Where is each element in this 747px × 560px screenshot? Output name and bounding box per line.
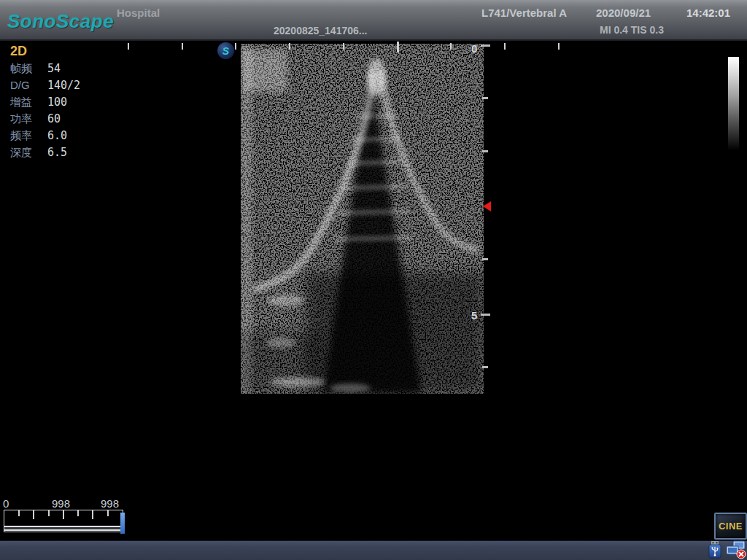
probe-mark-letter: S: [222, 46, 229, 56]
param-row-framerate: 帧频54: [10, 62, 120, 79]
param-value: 6.5: [47, 146, 67, 159]
probe-orientation-mark: S: [217, 42, 234, 59]
cine-tick: [63, 510, 64, 519]
cine-tick: [48, 510, 50, 516]
ruler-center-tick: [397, 42, 399, 52]
parameter-panel: 2D 帧频54 D/G140/2 增益100 功率60 频率6.0 深度6.5: [10, 44, 120, 163]
cine-track-line: [4, 526, 123, 531]
cine-total-frames: 998: [101, 497, 119, 510]
cine-tick: [107, 510, 109, 516]
focus-position-marker[interactable]: [483, 201, 491, 211]
exam-id: 20200825_141706...: [274, 25, 367, 36]
param-row-dg: D/G140/2: [10, 79, 120, 96]
ruler-tick: [450, 43, 452, 50]
cine-button-label: CINE: [719, 521, 743, 532]
cine-tick: [92, 510, 93, 519]
ruler-tick: [182, 43, 183, 50]
param-label: 深度: [10, 146, 47, 160]
depth-label-5: 5: [471, 309, 477, 322]
depth-tick-major: [481, 314, 490, 316]
param-value: 6.0: [47, 129, 67, 142]
ruler-tick: [128, 43, 129, 50]
depth-tick-minor: [482, 97, 488, 99]
param-label: 功率: [10, 112, 47, 126]
time-display: 14:42:01: [686, 7, 730, 19]
top-bar: SonoScape Hospital 20200825_141706... L7…: [0, 0, 747, 41]
ultrasound-image: [241, 44, 484, 394]
hospital-name: Hospital: [117, 7, 160, 19]
usb-icon[interactable]: [708, 541, 721, 560]
grayscale-bar: [728, 57, 739, 150]
network-disconnected-icon[interactable]: [725, 540, 746, 560]
depth-tick-major: [481, 44, 490, 47]
depth-tick-minor: [482, 150, 488, 152]
cine-current-frame: 998: [52, 497, 70, 510]
sonoscape-logo: SonoScape: [7, 10, 114, 33]
cine-start-frame: 0: [3, 497, 9, 510]
param-value: 60: [47, 112, 61, 125]
param-row-power: 功率60: [10, 112, 120, 129]
depth-label-0: 0: [471, 42, 477, 55]
cine-tick: [18, 510, 20, 516]
ultrasound-screen: SonoScape Hospital 20200825_141706... L7…: [0, 0, 747, 560]
param-label: 频率: [10, 129, 47, 143]
depth-tick-minor: [482, 258, 488, 260]
ruler-tick: [235, 43, 236, 50]
acoustic-indices: MI 0.4 TIS 0.3: [600, 24, 664, 36]
param-row-gain: 增益100: [10, 96, 120, 112]
cine-tick: [77, 510, 79, 516]
param-value: 54: [47, 62, 61, 75]
param-row-frequency: 频率6.0: [10, 129, 120, 146]
ultrasound-render: [241, 44, 484, 394]
probe-preset: L741/Vertebral A: [481, 7, 567, 19]
depth-tick-minor: [482, 366, 488, 368]
taskbar: [0, 540, 747, 560]
ruler-tick: [343, 43, 344, 50]
param-value: 100: [47, 96, 67, 109]
cine-button[interactable]: CINE: [714, 513, 747, 540]
param-label: D/G: [10, 79, 47, 91]
date-display: 2020/09/21: [596, 7, 651, 19]
ruler-tick: [504, 43, 506, 50]
param-label: 增益: [10, 96, 47, 109]
param-value: 140/2: [47, 79, 80, 92]
cine-scrubber-track[interactable]: [4, 510, 123, 532]
cine-position-indicator[interactable]: [120, 513, 125, 534]
cine-tick: [33, 510, 34, 519]
ruler-tick: [558, 43, 560, 50]
param-row-depth: 深度6.5: [10, 146, 120, 163]
ruler-tick: [289, 43, 290, 50]
mode-label: 2D: [10, 44, 120, 62]
param-label: 帧频: [10, 62, 47, 76]
